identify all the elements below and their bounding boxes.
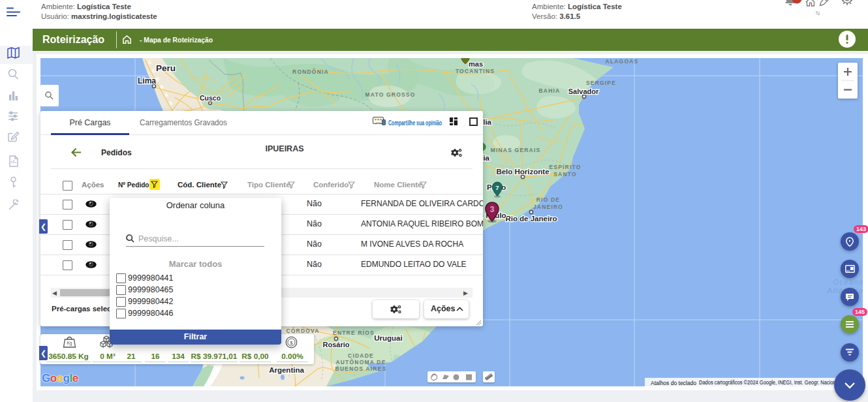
svg-text:Belo Horizonte: Belo Horizonte [496, 168, 549, 176]
svg-text:Uruguai: Uruguai [374, 334, 402, 342]
svg-text:AUTÔNOMA DE: AUTÔNOMA DE [335, 358, 386, 365]
svg-text:Rio de Janeiro: Rio de Janeiro [505, 215, 557, 223]
svg-text:Kg: Kg [67, 341, 72, 346]
svg-text:ALAGOAS: ALAGOAS [606, 58, 639, 65]
svg-text:SANTO: SANTO [553, 171, 577, 178]
svg-text:JANEIRO: JANEIRO [533, 204, 563, 210]
svg-text:Rosário: Rosário [323, 341, 350, 348]
svg-text:Oceano: Oceano [833, 278, 863, 286]
svg-text:7: 7 [495, 184, 499, 191]
svg-text:Cusco: Cusco [200, 94, 221, 102]
svg-text:SERGIPE: SERGIPE [586, 80, 616, 86]
svg-text:Salvador: Salvador [568, 87, 599, 95]
svg-text:$: $ [290, 340, 293, 346]
svg-text:mas: mas [469, 60, 483, 68]
svg-text:MATO GROSSO: MATO GROSSO [365, 91, 415, 98]
svg-text:RONDÔNIA: RONDÔNIA [292, 68, 329, 75]
svg-text:3: 3 [490, 205, 495, 214]
svg-text:ESPÍRITO: ESPÍRITO [549, 164, 581, 170]
svg-text:MINAS GERAIS: MINAS GERAIS [491, 147, 541, 153]
svg-text:CÓRDOVA: CÓRDOVA [286, 327, 319, 334]
svg-text:RIO DE: RIO DE [536, 196, 560, 203]
svg-text:BUENOS AIRES: BUENOS AIRES [335, 365, 387, 372]
svg-text:ENTRE RÍOS: ENTRE RÍOS [333, 330, 375, 336]
svg-text:Argentina: Argentina [269, 366, 304, 374]
svg-text:TOCANTINS: TOCANTINS [456, 68, 495, 74]
svg-text:Peru: Peru [156, 63, 176, 73]
svg-text:Lima: Lima [138, 76, 156, 85]
svg-text:CIDADE: CIDADE [348, 352, 374, 359]
svg-text:BAHIA: BAHIA [539, 87, 561, 94]
